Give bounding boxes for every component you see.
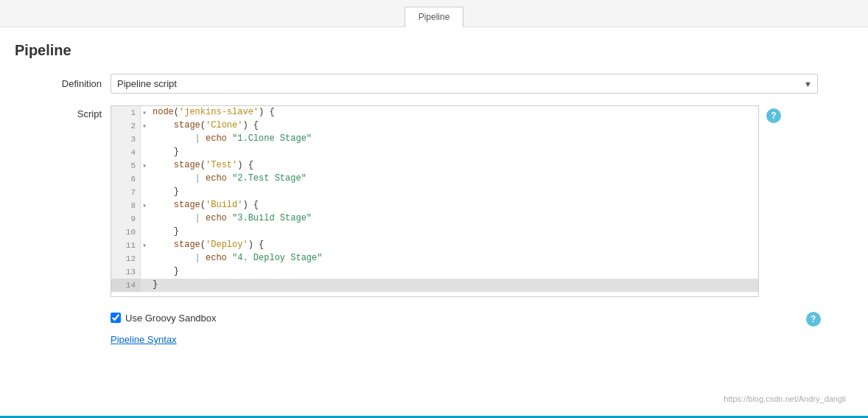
- line-num-9: 9: [111, 212, 141, 226]
- code-line-13: 13 }: [111, 265, 758, 279]
- definition-select[interactable]: Pipeline script Pipeline script from SCM: [111, 74, 818, 94]
- code-line-11: 11 ▾ stage('Deploy') {: [111, 239, 758, 252]
- code-line-9: 9 | echo "3.Build Stage": [111, 212, 758, 226]
- code-line-3: 3 | echo "1.Clone Stage": [111, 133, 758, 146]
- fold-4: [141, 146, 150, 159]
- code-line-14: 14 }: [111, 279, 758, 292]
- groovy-sandbox-label: Use Groovy Sandbox: [125, 313, 217, 324]
- code-line-7: 7 }: [111, 186, 758, 199]
- code-content-9: | echo "3.Build Stage": [150, 212, 315, 226]
- code-content-14: }: [150, 279, 161, 292]
- sandbox-row: Use Groovy Sandbox ?: [111, 309, 853, 327]
- fold-2[interactable]: ▾: [141, 119, 150, 133]
- line-num-11: 11: [111, 239, 141, 252]
- definition-select-wrapper: Pipeline script Pipeline script from SCM…: [111, 74, 818, 94]
- main-content: Pipeline Definition Pipeline script Pipe…: [0, 27, 868, 360]
- code-content-8: stage('Build') {: [150, 199, 262, 212]
- fold-13: [141, 265, 150, 279]
- code-content-12: | echo "4. Deploy Stage": [150, 252, 325, 265]
- fold-14: [141, 279, 150, 292]
- code-content-6: | echo "2.Test Stage": [150, 173, 309, 186]
- code-content-1: node('jenkins-slave') {: [150, 106, 278, 119]
- definition-label: Definition: [15, 78, 111, 89]
- fold-5[interactable]: ▾: [141, 159, 150, 173]
- watermark: https://blog.csdn.net/Andry_dangli: [709, 387, 861, 411]
- fold-10: [141, 226, 150, 239]
- code-content-11: stage('Deploy') {: [150, 239, 267, 252]
- code-content-4: }: [150, 146, 182, 159]
- code-content-5: stage('Test') {: [150, 159, 256, 173]
- code-content-3: | echo "1.Clone Stage": [150, 133, 315, 146]
- line-num-2: 2: [111, 119, 141, 133]
- fold-3: [141, 133, 150, 146]
- code-line-5: 5 ▾ stage('Test') {: [111, 159, 758, 173]
- fold-8[interactable]: ▾: [141, 199, 150, 212]
- line-num-6: 6: [111, 173, 141, 186]
- line-num-5: 5: [111, 159, 141, 173]
- code-content-2: stage('Clone') {: [150, 119, 262, 133]
- definition-row: Definition Pipeline script Pipeline scri…: [15, 74, 853, 94]
- page-wrapper: Pipeline Pipeline Definition Pipeline sc…: [0, 0, 868, 418]
- code-line-2: 2 ▾ stage('Clone') {: [111, 119, 758, 133]
- line-num-4: 4: [111, 146, 141, 159]
- code-line-4: 4 }: [111, 146, 758, 159]
- code-line-8: 8 ▾ stage('Build') {: [111, 199, 758, 212]
- line-num-1: 1: [111, 106, 141, 119]
- fold-9: [141, 212, 150, 226]
- fold-7: [141, 186, 150, 199]
- line-num-13: 13: [111, 265, 141, 279]
- pipeline-syntax-link[interactable]: Pipeline Syntax: [111, 334, 853, 345]
- code-line-12: 12 | echo "4. Deploy Stage": [111, 252, 758, 265]
- line-num-12: 12: [111, 252, 141, 265]
- code-lines: 1 ▾ node('jenkins-slave') { 2 ▾ stage('C…: [111, 106, 758, 292]
- code-line-6: 6 | echo "2.Test Stage": [111, 173, 758, 186]
- line-num-7: 7: [111, 186, 141, 199]
- page-title: Pipeline: [15, 42, 853, 59]
- fold-1[interactable]: ▾: [141, 106, 150, 119]
- line-num-8: 8: [111, 199, 141, 212]
- groovy-sandbox-checkbox[interactable]: [111, 313, 121, 323]
- script-help-icon[interactable]: ?: [766, 108, 781, 123]
- fold-6: [141, 173, 150, 186]
- code-content-13: }: [150, 265, 182, 279]
- sandbox-help-icon[interactable]: ?: [806, 312, 821, 327]
- pipeline-tab[interactable]: Pipeline: [405, 7, 464, 27]
- line-num-3: 3: [111, 133, 141, 146]
- code-line-10: 10 }: [111, 226, 758, 239]
- script-editor[interactable]: 1 ▾ node('jenkins-slave') { 2 ▾ stage('C…: [111, 105, 759, 297]
- fold-11[interactable]: ▾: [141, 239, 150, 252]
- code-content-7: }: [150, 186, 182, 199]
- script-editor-wrapper: 1 ▾ node('jenkins-slave') { 2 ▾ stage('C…: [111, 105, 759, 297]
- code-line-1: 1 ▾ node('jenkins-slave') {: [111, 106, 758, 119]
- script-row: Script 1 ▾ node('jenkins-slave') { 2 ▾: [15, 105, 853, 297]
- line-num-14: 14: [111, 279, 141, 292]
- fold-12: [141, 252, 150, 265]
- line-num-10: 10: [111, 226, 141, 239]
- code-content-10: }: [150, 226, 182, 239]
- script-label: Script: [15, 105, 111, 119]
- tab-bar: Pipeline: [0, 0, 868, 27]
